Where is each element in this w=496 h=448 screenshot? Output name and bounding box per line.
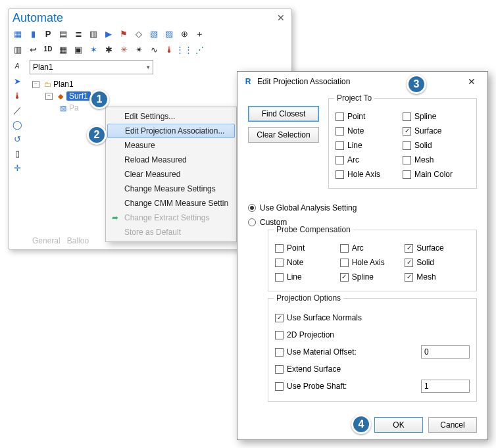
tab-balloon[interactable]: Balloo bbox=[67, 236, 89, 245]
pc-cb-solid[interactable] bbox=[405, 259, 413, 267]
cb-line[interactable] bbox=[335, 141, 344, 150]
a-script-icon[interactable]: A bbox=[10, 60, 24, 73]
cb-2d-projection[interactable] bbox=[275, 331, 284, 339]
flag-icon[interactable]: ⚑ bbox=[117, 27, 130, 40]
pc-cb-hole-axis[interactable] bbox=[340, 259, 349, 267]
ctx-change-extract-settings[interactable]: ➦ Change Extract Settings bbox=[106, 211, 236, 225]
doc-new-icon[interactable]: ▦ bbox=[11, 27, 24, 40]
probe-comp-legend: Probe Compensation bbox=[274, 225, 353, 234]
film-icon[interactable]: ▥ bbox=[87, 27, 100, 40]
node3-icon[interactable]: ✳ bbox=[117, 43, 130, 56]
thermo2-icon[interactable]: 🌡 bbox=[10, 89, 24, 102]
table-icon[interactable]: ▤ bbox=[57, 27, 70, 40]
ctx-edit-settings[interactable]: Edit Settings... bbox=[106, 109, 236, 124]
cyl-icon[interactable]: ▯ bbox=[10, 147, 24, 160]
pc-cb-point[interactable] bbox=[275, 244, 284, 253]
cb-note[interactable] bbox=[335, 127, 344, 136]
doc-icon[interactable]: ▮ bbox=[26, 27, 39, 40]
cb-point[interactable] bbox=[335, 112, 344, 121]
line-tool-icon[interactable]: ／ bbox=[10, 103, 24, 116]
context-menu: Edit Settings... Edit Projection Associa… bbox=[105, 107, 237, 242]
arrow-icon[interactable]: ➤ bbox=[10, 74, 24, 87]
expander-icon[interactable]: − bbox=[45, 93, 53, 100]
cb-extend-surface[interactable] bbox=[275, 365, 284, 374]
circle-left-icon[interactable]: ↺ bbox=[10, 132, 24, 145]
pc-cb-surface[interactable] bbox=[405, 244, 413, 253]
grid2-icon[interactable]: ⋰ bbox=[193, 43, 206, 56]
cb-surface[interactable] bbox=[403, 127, 411, 136]
pc-cb-note[interactable] bbox=[275, 259, 284, 267]
cb-solid[interactable] bbox=[403, 141, 411, 150]
tree-plan-label: Plan1 bbox=[53, 80, 74, 89]
target-icon[interactable]: ⊕ bbox=[178, 27, 191, 40]
step-badge-3: 3 bbox=[407, 74, 426, 94]
ctx-change-measure-settings[interactable]: Change Measure Settings bbox=[106, 182, 236, 196]
cb-use-probe-shaft[interactable] bbox=[275, 382, 284, 391]
dialog-close-button[interactable]: ✕ bbox=[459, 74, 485, 89]
dialog-title: Edit Projection Association bbox=[257, 77, 459, 86]
radio-icon bbox=[248, 204, 256, 212]
probe-shaft-input[interactable]: 1 bbox=[421, 380, 470, 393]
plus-icon[interactable]: ＋ bbox=[193, 27, 206, 40]
list-icon[interactable]: ≣ bbox=[72, 27, 85, 40]
cb-use-material-offset[interactable] bbox=[275, 348, 284, 357]
ctx-reload-measured[interactable]: Reload Measured bbox=[106, 153, 236, 167]
thermo-icon[interactable]: 🌡 bbox=[162, 43, 176, 56]
back-icon[interactable]: ↩ bbox=[26, 43, 39, 56]
side-tool-strip: A ➤ 🌡 ／ ◯ ↺ ▯ ✛ bbox=[9, 57, 30, 177]
link-icon[interactable]: ∿ bbox=[147, 43, 161, 56]
sheet-icon[interactable]: ▥ bbox=[11, 43, 24, 56]
gizmo-icon[interactable]: ✛ bbox=[10, 161, 24, 174]
panel-close-button[interactable]: ✕ bbox=[273, 12, 289, 23]
material-offset-input[interactable]: 0 bbox=[421, 345, 470, 359]
node2-icon[interactable]: ✱ bbox=[102, 43, 115, 56]
chevron-down-icon: ▾ bbox=[147, 64, 150, 70]
pc-cb-line[interactable] bbox=[275, 273, 284, 282]
pc-cb-arc[interactable] bbox=[340, 244, 349, 253]
cb-arc[interactable] bbox=[335, 156, 344, 164]
play-icon[interactable]: ▶ bbox=[102, 27, 115, 40]
cancel-button[interactable]: Cancel bbox=[428, 417, 477, 433]
tag-icon[interactable]: ◇ bbox=[132, 27, 145, 40]
project-to-legend: Project To bbox=[334, 93, 374, 103]
plan-select[interactable]: Plan1 ▾ bbox=[30, 60, 153, 74]
expander-icon[interactable]: − bbox=[32, 81, 39, 88]
radio-use-global[interactable]: Use Global Analysis Setting bbox=[248, 201, 477, 215]
ctx-change-cmm-measure-settings[interactable]: Change CMM Measure Settin bbox=[106, 196, 236, 211]
step-badge-1: 1 bbox=[89, 89, 109, 109]
app-icon: R bbox=[243, 76, 253, 87]
ctx-edit-projection-association[interactable]: Edit Projection Association... bbox=[107, 124, 235, 138]
node4-icon[interactable]: ✴ bbox=[132, 43, 145, 56]
grid1-icon[interactable]: ⋮⋮ bbox=[178, 43, 191, 56]
cb-spline[interactable] bbox=[403, 112, 411, 121]
p-icon[interactable]: P bbox=[41, 27, 55, 40]
cb-mesh[interactable] bbox=[403, 156, 411, 164]
ok-button[interactable]: OK bbox=[374, 417, 423, 433]
stamp-icon[interactable]: ▣ bbox=[72, 43, 85, 56]
ctx-clear-measured[interactable]: Clear Measured bbox=[106, 167, 236, 182]
cb-hole-axis[interactable] bbox=[335, 170, 344, 179]
ctx-store-as-default[interactable]: Store as Default bbox=[106, 225, 236, 239]
pc-cb-mesh[interactable] bbox=[405, 273, 413, 282]
panel-title: Automate bbox=[12, 11, 63, 25]
cb-use-surface-normals[interactable] bbox=[275, 314, 284, 322]
ctx-measure[interactable]: Measure bbox=[106, 138, 236, 153]
toolbar-row-1: ▦ ▮ P ▤ ≣ ▥ ▶ ⚑ ◇ ▧ ▨ ⊕ ＋ bbox=[9, 26, 291, 41]
node1-icon[interactable]: ✶ bbox=[87, 43, 100, 56]
step-badge-2: 2 bbox=[87, 125, 107, 145]
calc-icon[interactable]: ▦ bbox=[57, 43, 70, 56]
edit-projection-association-dialog: R Edit Projection Association ✕ Find Clo… bbox=[237, 71, 488, 440]
hatch1-icon[interactable]: ▧ bbox=[147, 27, 161, 40]
plan-select-value: Plan1 bbox=[33, 62, 53, 72]
radio-icon bbox=[248, 218, 256, 226]
clear-selection-button[interactable]: Clear Selection bbox=[248, 127, 319, 143]
cb-main-color[interactable] bbox=[403, 170, 411, 179]
find-closest-button[interactable]: Find Closest bbox=[248, 106, 319, 122]
hatch2-icon[interactable]: ▨ bbox=[162, 27, 176, 40]
1d-icon[interactable]: 1D bbox=[41, 43, 55, 56]
tab-general[interactable]: General bbox=[32, 236, 61, 245]
projection-options-group: Projection Options Use Surface Normals 2… bbox=[268, 298, 477, 402]
bottom-tabs: General Balloo bbox=[32, 236, 89, 245]
circle-tool-icon[interactable]: ◯ bbox=[10, 118, 24, 131]
pc-cb-spline[interactable] bbox=[340, 273, 349, 282]
